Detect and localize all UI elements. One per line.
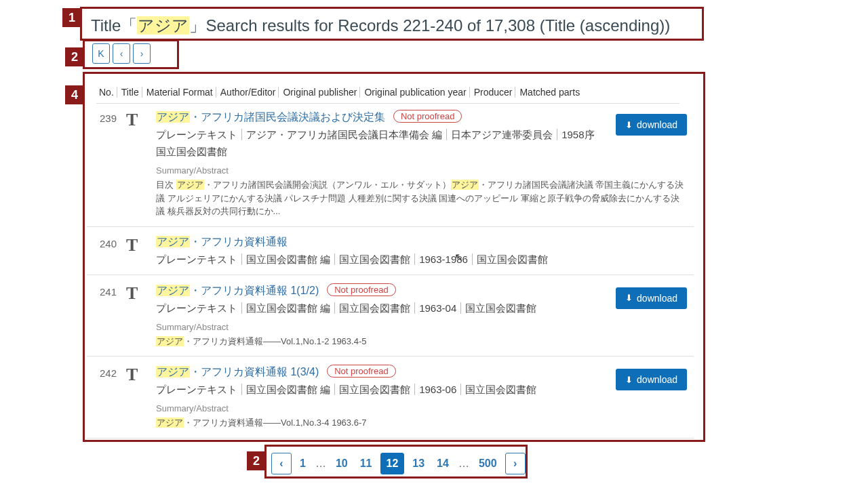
page-link[interactable]: 13 — [408, 458, 429, 470]
page-link[interactable]: 10 — [332, 458, 352, 470]
result-meta: プレーンテキスト国立国会図書館 編国立国会図書館1963-1986国立国会図書館 — [156, 253, 688, 266]
summary-label: Summary/Abstract — [156, 322, 688, 332]
next-page-button[interactable]: › — [133, 43, 151, 64]
page-ellipsis: … — [314, 458, 328, 470]
summary-text: アジア・アフリカ資料通報――Vol.1,No.3-4 1963.6-7 — [156, 416, 688, 430]
not-proofread-badge: Not proofread — [327, 365, 396, 378]
prev-page-button[interactable]: ‹ — [113, 43, 130, 64]
result-meta: プレーンテキスト国立国会図書館 編国立国会図書館1963-04国立国会図書館 — [156, 302, 688, 315]
page-ellipsis: … — [457, 458, 471, 470]
result-meta: プレーンテキストアジア・アフリカ諸国民会議日本準備会 編日本アジア連帯委員会19… — [156, 129, 688, 142]
row-number: 240 — [92, 235, 117, 266]
annotation-2b: 2 — [247, 451, 266, 470]
results-columns: No. Title Material Format Author/Editor … — [96, 81, 679, 104]
page-link[interactable]: 11 — [356, 458, 376, 470]
text-format-icon: T — [126, 365, 146, 430]
first-page-button[interactable]: K — [92, 43, 110, 64]
result-title-link[interactable]: アジア・アフリカ資料通報 1(1/2) — [156, 285, 319, 296]
result-row: 239 T アジア・アフリカ諸国民会議決議および決定集 Not proofrea… — [87, 102, 694, 227]
page-current[interactable]: 12 — [380, 453, 405, 474]
download-icon: ⬇ — [625, 120, 633, 130]
not-proofread-badge: Not proofread — [327, 283, 396, 296]
row-number: 239 — [92, 110, 117, 218]
download-icon: ⬇ — [625, 293, 633, 303]
summary-label: Summary/Abstract — [156, 403, 688, 413]
col-publisher[interactable]: Original publisher — [280, 87, 360, 98]
col-format[interactable]: Material Format — [144, 87, 216, 98]
page-title: Title「アジア」Search results for Records 221… — [91, 16, 670, 35]
result-meta: プレーンテキスト国立国会図書館 編国立国会図書館1963-06国立国会図書館 — [156, 384, 688, 396]
nav-buttons-top: K ‹ › — [92, 43, 151, 64]
summary-text: 目次 アジア・アフリカ諸国民会議開会演説（アンワル・エル・サダット）アジア・アフ… — [156, 178, 688, 218]
download-button[interactable]: ⬇download — [616, 369, 687, 390]
page-link[interactable]: 1 — [296, 458, 310, 470]
result-row: 242 T アジア・アフリカ資料通報 1(3/4) Not proofread … — [87, 357, 694, 439]
summary-text: アジア・アフリカ資料通報――Vol.1,No.1-2 1963.4-5 — [156, 335, 688, 348]
text-format-icon: T — [126, 235, 146, 266]
result-title-link[interactable]: アジア・アフリカ資料通報 1(3/4) — [156, 366, 319, 378]
col-year[interactable]: Original publication year — [361, 87, 469, 98]
download-button[interactable]: ⬇download — [616, 114, 687, 136]
result-row: 240 T アジア・アフリカ資料通報 プレーンテキスト国立国会図書館 編国立国会… — [87, 227, 694, 275]
annotation-2: 2 — [65, 47, 84, 66]
text-format-icon: T — [126, 110, 146, 218]
page-prev-button[interactable]: ‹ — [271, 453, 292, 474]
result-title-link[interactable]: アジア・アフリカ諸国民会議決議および決定集 — [156, 111, 385, 123]
result-row: 241 T アジア・アフリカ資料通報 1(1/2) Not proofread … — [87, 275, 694, 357]
download-button[interactable]: ⬇download — [616, 287, 687, 309]
page-link[interactable]: 14 — [433, 458, 453, 470]
result-meta-2: 国立国会図書館 — [156, 146, 688, 159]
annotation-4: 4 — [65, 85, 84, 104]
col-author[interactable]: Author/Editor — [218, 87, 279, 98]
pagination: ‹ 1 … 10 11 12 13 14 … 500 › — [271, 453, 526, 474]
page-next-button[interactable]: › — [505, 453, 526, 474]
row-number: 241 — [92, 283, 117, 348]
col-title[interactable]: Title — [119, 87, 142, 98]
annotation-1: 1 — [62, 8, 81, 27]
col-producer[interactable]: Producer — [471, 87, 516, 98]
text-format-icon: T — [126, 283, 146, 348]
not-proofread-badge: Not proofread — [393, 110, 462, 123]
col-no: No. — [96, 87, 117, 98]
col-matched[interactable]: Matched parts — [517, 87, 583, 98]
results-list: 239 T アジア・アフリカ諸国民会議決議および決定集 Not proofrea… — [87, 102, 694, 439]
summary-label: Summary/Abstract — [156, 165, 688, 176]
results-header: Title「アジア」Search results for Records 221… — [88, 9, 705, 42]
result-title-link[interactable]: アジア・アフリカ資料通報 — [156, 236, 288, 247]
row-number: 242 — [92, 365, 117, 430]
download-icon: ⬇ — [625, 375, 633, 385]
page-link[interactable]: 500 — [475, 458, 501, 470]
